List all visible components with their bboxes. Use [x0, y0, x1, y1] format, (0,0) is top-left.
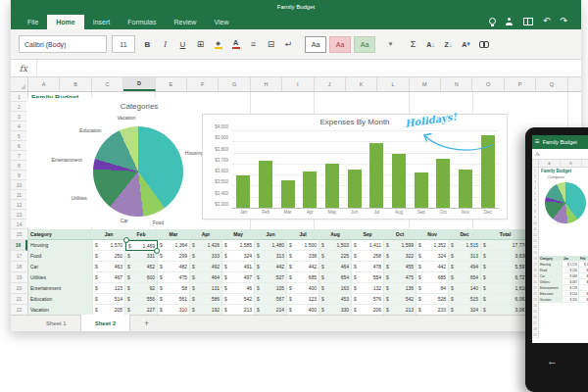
- table-cell[interactable]: $514: [93, 294, 125, 305]
- sheet-tab-sheet-1[interactable]: Sheet 1: [32, 316, 80, 331]
- row-header-3[interactable]: 3: [11, 112, 27, 122]
- table-header-sep[interactable]: Sep: [352, 229, 384, 240]
- table-cell[interactable]: $123: [287, 294, 319, 305]
- table-cell-total[interactable]: $17,774: [481, 240, 530, 251]
- table-cell[interactable]: $442: [287, 262, 319, 272]
- table-cell[interactable]: $576: [352, 294, 384, 305]
- table-cell[interactable]: $330: [319, 305, 352, 315]
- table-cell[interactable]: $685: [416, 272, 449, 283]
- table-cell[interactable]: $1,364: [158, 240, 190, 251]
- table-header-jan[interactable]: Jan: [93, 229, 125, 240]
- column-header-l[interactable]: L: [377, 77, 409, 91]
- table-cell[interactable]: $491: [222, 262, 255, 272]
- table-cell-category[interactable]: Food: [28, 251, 93, 262]
- table-header-may[interactable]: May: [222, 229, 255, 240]
- table-cell[interactable]: $497: [222, 272, 255, 283]
- table-header-mar[interactable]: Mar: [158, 229, 190, 240]
- table-cell[interactable]: $1,503: [319, 240, 352, 251]
- table-cell-category[interactable]: Utilities: [28, 272, 93, 283]
- ribbon-tab-view[interactable]: View: [205, 15, 237, 29]
- row-header-1[interactable]: 1: [11, 92, 27, 102]
- cell-style-swatch-1[interactable]: Aa: [329, 36, 351, 53]
- row-header-14[interactable]: 14: [11, 220, 27, 229]
- ribbon-tab-insert[interactable]: Insert: [84, 15, 120, 29]
- table-cell[interactable]: $213: [384, 305, 416, 315]
- table-cell-category[interactable]: Education: [28, 294, 93, 305]
- table-cell[interactable]: $92: [125, 283, 158, 294]
- book-icon[interactable]: [523, 18, 533, 25]
- table-cell[interactable]: $464: [190, 272, 222, 283]
- table-header-nov[interactable]: Nov: [416, 229, 449, 240]
- table-cell-total[interactable]: $3,067: [481, 305, 530, 315]
- table-cell[interactable]: $442: [255, 262, 287, 272]
- table-cell[interactable]: $478: [352, 262, 384, 272]
- font-name-select[interactable]: Calibri (Body): [19, 35, 107, 53]
- table-cell[interactable]: $233: [416, 305, 449, 315]
- table-cell[interactable]: $1,570: [93, 240, 125, 251]
- table-cell[interactable]: $561: [158, 294, 190, 305]
- table-cell[interactable]: $542: [222, 294, 255, 305]
- table-cell[interactable]: $527: [255, 272, 287, 283]
- row-header-21[interactable]: 21: [11, 294, 27, 305]
- row-header-8[interactable]: 8: [11, 161, 27, 171]
- table-cell-total[interactable]: $6,727: [481, 272, 530, 283]
- table-cell[interactable]: $136: [384, 283, 416, 294]
- row-header-19[interactable]: 19: [11, 272, 27, 283]
- table-header-dec[interactable]: Dec: [449, 229, 481, 240]
- table-cell[interactable]: $1,411: [352, 240, 384, 251]
- table-cell-category[interactable]: Vacation: [28, 305, 93, 315]
- pie-chart[interactable]: Categories HousingFoodCarUtilitiesEntert…: [26, 98, 219, 227]
- more-styles-button[interactable]: ▾: [383, 35, 398, 53]
- table-cell[interactable]: $400: [287, 283, 319, 294]
- merge-button[interactable]: ⊟: [264, 35, 278, 53]
- formula-input[interactable]: [37, 60, 581, 76]
- column-header-h[interactable]: H: [251, 77, 282, 91]
- table-cell[interactable]: $313: [449, 251, 481, 262]
- table-cell[interactable]: $586: [190, 294, 222, 305]
- row-header-5[interactable]: 5: [11, 131, 27, 141]
- row-header-9[interactable]: 9: [11, 171, 27, 180]
- table-cell[interactable]: $258: [352, 251, 384, 262]
- row-header-18[interactable]: 18: [11, 262, 27, 272]
- underline-button[interactable]: U: [175, 35, 190, 53]
- cell-style-swatch-2[interactable]: Aa: [354, 36, 375, 53]
- table-cell[interactable]: $331: [125, 251, 158, 262]
- table-cell[interactable]: $299: [158, 251, 190, 262]
- table-cell[interactable]: $463: [93, 262, 125, 272]
- row-header-12[interactable]: 12: [11, 200, 27, 210]
- phone-sheet-grid[interactable]: 1234567891011121314151617181920212223242…: [532, 168, 588, 343]
- table-cell-category[interactable]: Housing: [28, 240, 93, 251]
- sort-desc-button[interactable]: Z↓: [441, 35, 456, 53]
- table-cell[interactable]: $206: [352, 305, 384, 315]
- table-cell[interactable]: $475: [158, 272, 190, 283]
- table-cell[interactable]: $1,585: [222, 240, 255, 251]
- table-cell[interactable]: $192: [190, 305, 222, 315]
- column-header-a[interactable]: A: [28, 77, 60, 91]
- find-button[interactable]: [476, 35, 491, 53]
- column-header-g[interactable]: G: [219, 77, 250, 91]
- column-header-r[interactable]: R: [568, 77, 581, 91]
- borders-button[interactable]: ⊞: [193, 35, 208, 53]
- table-cell[interactable]: $556: [125, 294, 158, 305]
- sheet-tab-sheet-2[interactable]: Sheet 2: [80, 315, 130, 331]
- font-size-select[interactable]: 11: [112, 35, 135, 53]
- table-cell[interactable]: $131: [190, 283, 222, 294]
- table-cell[interactable]: $600: [125, 272, 158, 283]
- sheet-grid[interactable]: 1234567891011121314151617181920212223 Fa…: [11, 92, 581, 315]
- table-cell[interactable]: $123: [93, 283, 125, 294]
- ribbon-tab-file[interactable]: File: [19, 15, 47, 29]
- row-header-6[interactable]: 6: [11, 141, 27, 151]
- table-cell[interactable]: $554: [352, 272, 384, 283]
- table-cell[interactable]: $528: [416, 294, 449, 305]
- column-header-j[interactable]: J: [315, 77, 346, 91]
- table-cell[interactable]: $1,500: [287, 240, 319, 251]
- table-cell[interactable]: $105: [255, 283, 287, 294]
- table-cell[interactable]: $205: [93, 305, 125, 315]
- table-cell[interactable]: $542: [384, 294, 416, 305]
- select-all-corner[interactable]: [11, 77, 28, 91]
- table-cell[interactable]: $482: [158, 262, 190, 272]
- table-cell-category[interactable]: Car: [28, 262, 93, 272]
- ribbon-tab-formulas[interactable]: Formulas: [119, 15, 165, 29]
- table-cell[interactable]: $494: [449, 262, 481, 272]
- font-color-button[interactable]: A: [228, 35, 243, 53]
